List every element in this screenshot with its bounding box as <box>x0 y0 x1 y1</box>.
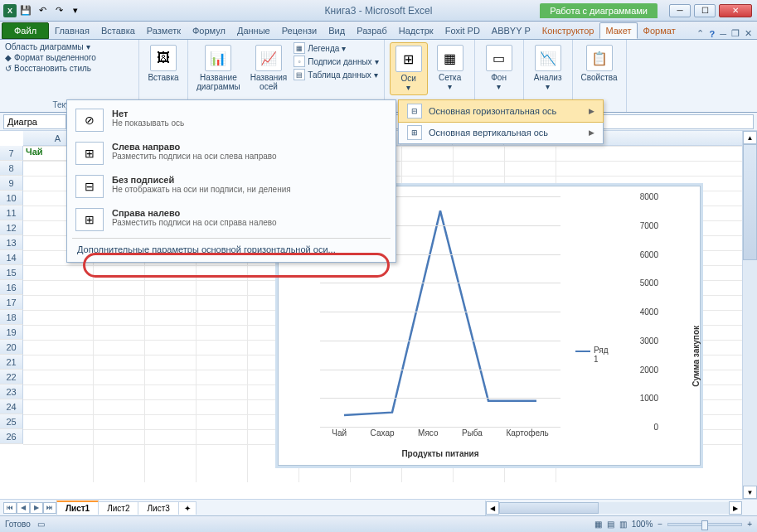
maximize-button[interactable]: ☐ <box>694 4 716 17</box>
more-horizontal-axis-options[interactable]: Дополнительные параметры основной горизо… <box>67 240 395 259</box>
sheet-nav-prev-icon[interactable]: ◀ <box>17 502 30 514</box>
row-header[interactable]: 14 <box>0 250 23 265</box>
scroll-left-icon[interactable]: ◀ <box>486 501 499 515</box>
qat-dropdown-icon[interactable]: ▾ <box>68 3 83 18</box>
axis-option-nolabels[interactable]: ⊟ Без подписейНе отображать на оси ни по… <box>67 170 395 203</box>
scroll-right-icon[interactable]: ▶ <box>729 501 742 515</box>
chevron-down-icon[interactable]: ▾ <box>375 57 379 66</box>
format-selection-button[interactable]: ◆Формат выделенного <box>5 53 133 62</box>
tab-data[interactable]: Данные <box>231 22 276 39</box>
axis-option-none[interactable]: ⊘ НетНе показывать ось <box>67 104 395 137</box>
workbook-close-icon[interactable]: ✕ <box>745 28 752 39</box>
tab-format[interactable]: Формат <box>638 22 682 39</box>
sheet-tab-2[interactable]: Лист2 <box>98 501 138 515</box>
row-header[interactable]: 17 <box>0 295 23 310</box>
data-table-button[interactable]: ▤Таблица данных▾ <box>294 69 378 80</box>
minimize-button[interactable]: ─ <box>669 4 691 17</box>
sheet-nav-next-icon[interactable]: ▶ <box>30 502 43 514</box>
analysis-button[interactable]: 📉 Анализ▾ <box>529 42 567 94</box>
tab-chart-layout[interactable]: Макет <box>599 22 637 39</box>
view-pagelayout-icon[interactable]: ▤ <box>607 520 614 529</box>
zoom-in-icon[interactable]: + <box>747 520 752 529</box>
row-header[interactable]: 12 <box>0 220 23 235</box>
row-header[interactable]: 18 <box>0 310 23 325</box>
primary-horizontal-axis-item[interactable]: ⊟ Основная горизонтальная ось ▶ <box>398 99 604 123</box>
horizontal-scrollbar[interactable]: ◀ ▶ <box>485 501 742 515</box>
tab-layout[interactable]: Разметк <box>141 22 187 39</box>
scroll-down-icon[interactable]: ▼ <box>743 486 757 499</box>
redo-icon[interactable]: ↷ <box>51 3 66 18</box>
undo-icon[interactable]: ↶ <box>35 3 50 18</box>
vertical-scrollbar[interactable]: ▲ ▼ <box>742 131 757 499</box>
chevron-down-icon[interactable]: ▾ <box>86 42 90 51</box>
row-header[interactable]: 25 <box>0 414 23 429</box>
row-header[interactable]: 24 <box>0 399 23 414</box>
analysis-icon: 📉 <box>535 45 561 71</box>
data-labels-button[interactable]: ▫Подписи данных▾ <box>294 56 378 67</box>
chevron-down-icon[interactable]: ▾ <box>342 44 346 53</box>
help-icon[interactable]: ? <box>709 29 715 39</box>
view-normal-icon[interactable]: ▦ <box>594 520 602 529</box>
sheet-tab-3[interactable]: Лист3 <box>138 501 178 515</box>
axis-titles-button[interactable]: 📈 Названия осей <box>247 42 291 94</box>
reset-style-button[interactable]: ↺Восстановить стиль <box>5 64 133 73</box>
ribbon-minimize-icon[interactable]: ⌃ <box>696 28 704 39</box>
row-header[interactable]: 26 <box>0 429 23 444</box>
row-header[interactable]: 10 <box>0 191 23 206</box>
tab-developer[interactable]: Разраб <box>351 22 393 39</box>
legend-swatch-icon <box>575 351 590 352</box>
workbook-restore-icon[interactable]: ❐ <box>731 28 740 39</box>
tab-view[interactable]: Вид <box>323 22 351 39</box>
zoom-out-icon[interactable]: − <box>658 520 662 529</box>
sheet-tab-1[interactable]: Лист1 <box>56 501 99 515</box>
row-header[interactable]: 13 <box>0 235 23 250</box>
row-header[interactable]: 19 <box>0 325 23 340</box>
sheet-nav-first-icon[interactable]: ⏮ <box>3 502 17 514</box>
row-header[interactable]: 15 <box>0 265 23 280</box>
tab-abbyy[interactable]: ABBYY P <box>486 22 536 39</box>
chevron-down-icon[interactable]: ▾ <box>374 70 378 80</box>
sheet-nav-last-icon[interactable]: ⏭ <box>43 502 56 514</box>
axes-button[interactable]: ⊞ Оси▾ <box>390 42 428 95</box>
primary-vertical-axis-item[interactable]: ⊞ Основная вертикальная ось ▶ <box>399 122 603 143</box>
chart-title-button[interactable]: 📊 Название диаграммы <box>193 42 244 94</box>
scroll-thumb[interactable] <box>499 502 599 514</box>
row-header[interactable]: 9 <box>0 176 23 191</box>
file-tab[interactable]: Файл <box>2 22 49 39</box>
row-header[interactable]: 20 <box>0 340 23 355</box>
tab-formulas[interactable]: Формул <box>187 22 231 39</box>
row-header[interactable]: 11 <box>0 206 23 220</box>
scroll-thumb[interactable] <box>743 144 757 260</box>
tab-insert[interactable]: Вставка <box>95 22 141 39</box>
row-header[interactable]: 22 <box>0 370 23 384</box>
macro-record-icon[interactable]: ▭ <box>37 520 45 529</box>
row-header[interactable]: 8 <box>0 161 23 176</box>
name-box[interactable]: Диагра <box>3 114 66 129</box>
zoom-slider[interactable] <box>667 523 742 526</box>
titlebar: X 💾 ↶ ↷ ▾ Книга3 - Microsoft Excel Работ… <box>0 0 757 22</box>
row-header[interactable]: 7 <box>0 146 23 161</box>
gridlines-button[interactable]: ▦ Сетка▾ <box>431 42 469 94</box>
tab-design[interactable]: Конструктор <box>536 22 600 39</box>
background-button[interactable]: ▭ Фон▾ <box>480 42 518 94</box>
scroll-up-icon[interactable]: ▲ <box>743 131 757 144</box>
zoom-level[interactable]: 100% <box>632 520 653 529</box>
tab-addins[interactable]: Надстрк <box>393 22 439 39</box>
view-pagebreak-icon[interactable]: ▥ <box>619 520 627 529</box>
axis-option-rtl[interactable]: ⊞ Справа налевоРазместить подписи на оси… <box>67 203 395 236</box>
workbook-minimize-icon[interactable]: ─ <box>720 29 726 39</box>
row-header[interactable]: 23 <box>0 384 23 399</box>
insert-button[interactable]: 🖼 Вставка <box>144 42 182 85</box>
save-icon[interactable]: 💾 <box>18 3 33 18</box>
chart-element-selector[interactable]: Область диаграммы <box>5 42 84 51</box>
row-header[interactable]: 21 <box>0 355 23 370</box>
close-button[interactable]: ✕ <box>719 4 752 17</box>
row-header[interactable]: 16 <box>0 280 23 295</box>
axis-option-ltr[interactable]: ⊞ Слева направоРазместить подписи на оси… <box>67 137 395 170</box>
tab-foxit[interactable]: Foxit PD <box>439 22 486 39</box>
tab-home[interactable]: Главная <box>49 22 95 39</box>
new-sheet-button[interactable]: ✦ <box>178 501 197 515</box>
properties-button[interactable]: 📋 Свойства <box>578 42 621 85</box>
tab-review[interactable]: Рецензи <box>276 22 323 39</box>
legend-button[interactable]: ▦Легенда▾ <box>294 42 378 54</box>
